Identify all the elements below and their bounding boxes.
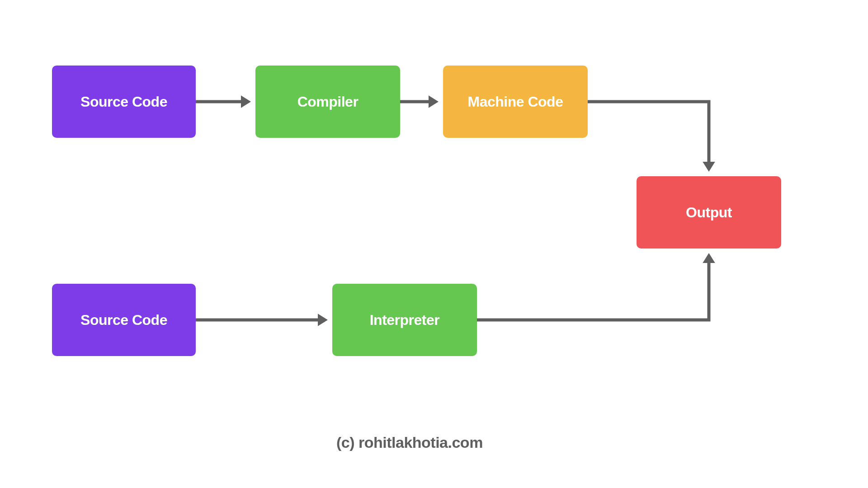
arrow-machine-to-output — [588, 102, 709, 169]
arrow-interpreter-to-output — [477, 256, 709, 320]
attribution-text: (c) rohitlakhotia.com — [336, 434, 483, 451]
diagram-arrows — [0, 0, 868, 488]
